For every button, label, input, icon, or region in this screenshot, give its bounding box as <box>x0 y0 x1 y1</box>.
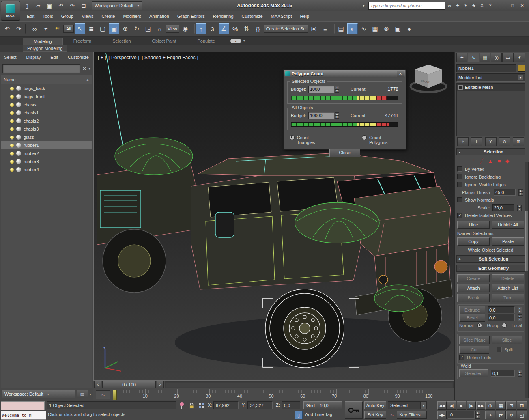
normals-scale-field[interactable]: 20,0 <box>492 204 514 211</box>
budget-spinner[interactable]: ▲▼ <box>335 112 339 119</box>
visibility-bulb-icon[interactable] <box>10 111 14 115</box>
timeline-ruler[interactable]: 102030405060708090100 <box>114 389 432 400</box>
configure-modifier-sets-icon[interactable]: ⊞ <box>513 137 524 146</box>
viewport-shading-label[interactable]: [ Shaded + Edged Faces ] <box>142 55 198 60</box>
bevel-button[interactable]: Bevel <box>459 314 485 322</box>
bevel-spinner[interactable]: ▲▼ <box>518 314 522 321</box>
remove-modifier-icon[interactable]: ⊘ <box>499 137 510 146</box>
separator[interactable] <box>25 24 28 34</box>
selected-budget-field[interactable]: 1000 <box>308 86 334 93</box>
time-slider-track[interactable] <box>165 381 454 388</box>
slice-plane-button[interactable]: Slice Plane <box>459 336 490 344</box>
layers-icon[interactable]: ▤ <box>77 390 88 398</box>
use-pivot-point-icon[interactable]: ◉ <box>180 23 191 34</box>
separator[interactable] <box>332 24 335 34</box>
selection-set-dropdown[interactable]: Create Selection Se <box>264 25 308 33</box>
orbit-icon[interactable]: ↻ <box>506 411 516 419</box>
weld-spinner[interactable]: ▲▼ <box>518 370 522 377</box>
normal-group-radio[interactable] <box>477 323 482 328</box>
render-setup-icon[interactable]: ⊛ <box>381 23 392 34</box>
show-end-result-icon[interactable]: ‖ <box>471 137 482 146</box>
planar-threshold-spinner[interactable]: ▲▼ <box>518 189 523 196</box>
field-of-view-icon[interactable]: ◔ <box>485 411 495 419</box>
maxscript-mini-listener[interactable]: Welcome to M <box>1 411 46 420</box>
transform-typein-icon[interactable] <box>197 401 205 409</box>
face-subobject-icon[interactable]: ▲ <box>488 158 493 164</box>
percent-snap-icon[interactable]: % <box>230 23 241 34</box>
select-and-move-icon[interactable]: ⊕ <box>120 23 131 34</box>
unlink-selection-icon[interactable]: ≠ <box>41 23 51 34</box>
object-list-item[interactable]: bags_back <box>1 84 92 93</box>
close-button[interactable]: ✕ <box>518 2 527 9</box>
window-crossing-icon[interactable]: ▣ <box>109 23 119 34</box>
close-icon[interactable]: ✕ <box>397 71 404 77</box>
y-coordinate-field[interactable]: 34,327 <box>247 401 273 409</box>
clear-search-icon[interactable]: ✕ <box>82 66 86 71</box>
keyboard-shortcut-override-icon[interactable]: ↑ <box>196 23 206 34</box>
next-frame-button[interactable]: |▶ <box>467 401 476 410</box>
select-and-scale-icon[interactable]: ◲ <box>143 23 153 34</box>
material-editor-icon[interactable]: ◐ <box>347 23 358 34</box>
key-filters-button[interactable]: Key Filters... <box>397 411 427 419</box>
visibility-bulb-icon[interactable] <box>10 160 14 164</box>
tab-display-icon[interactable]: ▭ <box>502 53 513 62</box>
angle-snap-icon[interactable]: ∠ <box>219 23 229 34</box>
object-list-item[interactable]: rubber1 <box>1 141 92 149</box>
search-options-icon[interactable]: ▾ <box>88 67 90 71</box>
planar-threshold-field[interactable]: 45,0 <box>494 189 516 196</box>
attach-list-button[interactable]: Attach List <box>492 284 524 292</box>
object-list-item[interactable]: glass <box>1 133 92 141</box>
extrude-spinner[interactable]: ▲▼ <box>518 307 522 313</box>
viewport-pov-label[interactable]: [ Perspective ] <box>108 55 139 60</box>
set-keys-button[interactable] <box>345 401 363 419</box>
visibility-bulb-icon[interactable] <box>10 144 14 147</box>
auto-key-button[interactable]: Auto Key <box>364 401 386 409</box>
explorer-search-input[interactable] <box>2 64 80 73</box>
menu-item[interactable]: Modifiers <box>119 14 145 19</box>
tab-hierarchy-icon[interactable]: ▦ <box>480 53 490 62</box>
pan-icon[interactable]: ⇄ <box>496 411 506 419</box>
paste-button[interactable]: Paste <box>492 237 524 246</box>
ribbon-tab[interactable]: Populate <box>187 38 225 45</box>
rectangular-selection-region-icon[interactable]: ▢ <box>97 23 108 34</box>
help-icon[interactable]: ? <box>486 2 494 9</box>
menu-item[interactable]: MAXScript <box>267 14 296 19</box>
zoom-icon[interactable]: ⊕ <box>485 401 495 410</box>
x-coordinate-field[interactable]: 87,992 <box>213 401 239 409</box>
chevron-down-icon[interactable]: ▾ <box>420 401 427 409</box>
redo-icon[interactable]: ↷ <box>13 23 24 34</box>
cut-button[interactable]: Cut <box>459 346 489 354</box>
isolate-selection-icon[interactable] <box>178 401 186 409</box>
next-frame-arrow[interactable]: > <box>157 381 164 388</box>
new-scene-icon[interactable]: ▯ <box>22 1 32 11</box>
object-name-field[interactable]: rubber1 <box>456 64 516 72</box>
viewport-menu-plus[interactable]: [ + ] <box>98 55 106 60</box>
zoom-all-icon[interactable]: ▦ <box>496 401 506 410</box>
command-panel-scrollbar[interactable] <box>525 162 529 398</box>
close-button[interactable]: Close <box>329 149 360 157</box>
go-to-start-button[interactable]: ◀◀ <box>437 401 447 410</box>
redo-quick-icon[interactable]: ↷ <box>67 1 77 11</box>
undo-icon[interactable]: ↶ <box>2 23 13 34</box>
infocenter-toggle-icon[interactable]: ▸ <box>360 2 368 9</box>
budget-spinner[interactable]: ▲▼ <box>335 86 339 93</box>
spinner-snap-icon[interactable]: ⇅ <box>241 23 252 34</box>
object-list-item[interactable]: rubber4 <box>1 166 92 174</box>
visibility-bulb-icon[interactable] <box>10 103 14 107</box>
menu-item[interactable]: Customize <box>238 14 267 19</box>
grid-setting[interactable]: Grid = 10,0 <box>303 401 342 409</box>
default-in-out-tangent-icon[interactable]: ∿ <box>388 411 396 419</box>
show-normals-checkbox[interactable] <box>457 197 462 202</box>
all-budget-field[interactable]: 10000 <box>308 112 334 119</box>
select-by-name-icon[interactable]: ≣ <box>86 23 97 34</box>
create-button[interactable]: Create <box>457 274 490 282</box>
menu-item[interactable]: Edit <box>23 14 39 19</box>
go-to-end-button[interactable]: ▶▶ <box>476 401 486 410</box>
weld-selected-button[interactable]: Selected <box>459 369 488 377</box>
visibility-bulb-icon[interactable] <box>10 95 14 99</box>
frame-spinner[interactable]: ▲▼ <box>475 411 480 419</box>
pin-stack-icon[interactable]: ⌖ <box>457 137 469 146</box>
scrollbar-thumb[interactable] <box>525 211 528 271</box>
modifier-stack[interactable]: Editable Mesh <box>456 83 525 136</box>
object-color-swatch[interactable] <box>518 65 525 72</box>
